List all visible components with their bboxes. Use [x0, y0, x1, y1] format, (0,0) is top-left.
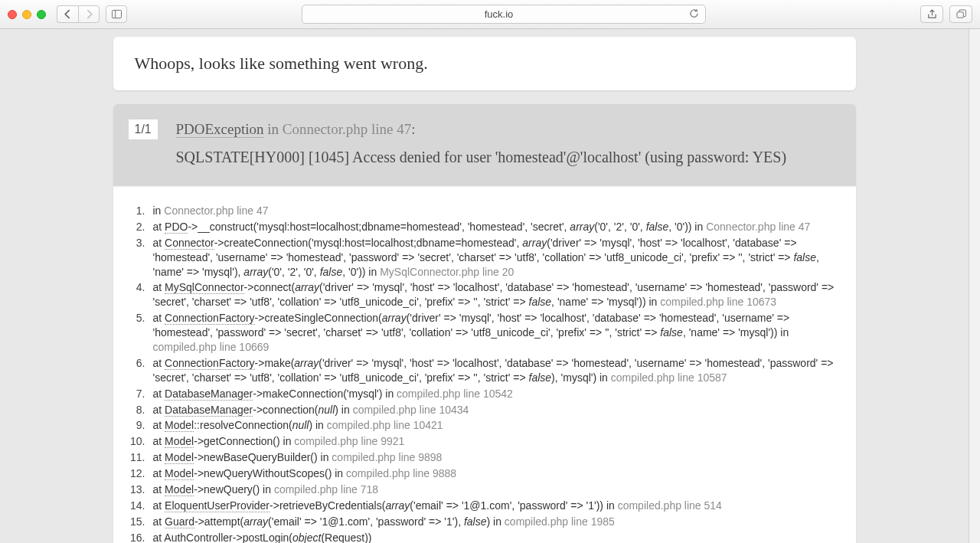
trace-row: 11.at Model->newBaseQueryBuilder() in co… [121, 450, 848, 466]
trace-text: at AuthController->postLogin(object(Requ… [153, 531, 848, 543]
address-bar[interactable]: fuck.io [302, 5, 706, 24]
back-button[interactable] [57, 5, 78, 23]
close-window-button[interactable] [8, 10, 17, 19]
trace-text: at Connector->createConnection('mysql:ho… [153, 236, 848, 280]
tabs-button[interactable] [949, 5, 972, 23]
trace-row: 13.at Model->newQuery() in compiled.php … [121, 482, 848, 498]
trace-row: 6.at ConnectionFactory->make(array('driv… [121, 355, 848, 386]
exception-colon: : [411, 121, 415, 137]
trace-text: at DatabaseManager->connection(null) in … [153, 403, 848, 417]
trace-number: 12. [121, 466, 153, 481]
trace-text: at DatabaseManager->makeConnection('mysq… [153, 387, 848, 401]
trace-number: 13. [121, 482, 153, 497]
trace-row: 8.at DatabaseManager->connection(null) i… [121, 402, 848, 418]
stack-trace: 1.in Connector.php line 472.at PDO->__co… [113, 186, 856, 543]
trace-row: 15.at Guard->attempt(array('email' => '1… [121, 514, 848, 530]
exception-counter: 1/1 [129, 119, 158, 139]
trace-number: 9. [121, 418, 153, 433]
trace-number: 14. [121, 499, 153, 513]
trace-row: 16.at AuthController->postLogin(object(R… [121, 530, 848, 543]
trace-row: 5.at ConnectionFactory->createSingleConn… [121, 310, 848, 355]
trace-number: 16. [121, 531, 153, 543]
page-content: Whoops, looks like something went wrong.… [0, 29, 969, 543]
trace-text: at ConnectionFactory->make(array('driver… [153, 356, 848, 385]
chevron-right-icon [84, 9, 94, 19]
trace-row: 1.in Connector.php line 47 [121, 203, 848, 219]
forward-button[interactable] [78, 5, 100, 23]
svg-rect-2 [956, 12, 962, 18]
vertical-scrollbar[interactable] [969, 29, 980, 543]
url-text: fuck.io [309, 8, 689, 20]
reload-icon [689, 8, 699, 18]
trace-text: at Model->newBaseQueryBuilder() in compi… [153, 450, 848, 465]
trace-text: at MySqlConnector->connect(array('driver… [153, 280, 848, 309]
trace-row: 10.at Model->getConnection() in compiled… [121, 433, 848, 450]
minimize-window-button[interactable] [22, 10, 31, 19]
window-controls [8, 10, 46, 19]
zoom-window-button[interactable] [37, 10, 46, 19]
error-banner-title: Whoops, looks like something went wrong. [135, 54, 835, 74]
sidebar-button[interactable] [106, 5, 127, 23]
trace-number: 5. [121, 311, 153, 325]
trace-text: at Model::resolveConnection(null) in com… [153, 418, 848, 433]
exception-location: Connector.php line 47 [283, 121, 411, 137]
trace-text: at Model->newQuery() in compiled.php lin… [153, 482, 848, 497]
browser-toolbar: fuck.io [0, 0, 980, 29]
toolbar-right [920, 5, 972, 23]
trace-number: 6. [121, 356, 153, 371]
trace-number: 1. [121, 204, 153, 218]
trace-row: 14.at EloquentUserProvider->retrieveByCr… [121, 498, 848, 514]
share-icon [927, 9, 937, 19]
exception-message: SQLSTATE[HY000] [1045] Access denied for… [176, 149, 836, 166]
error-banner: Whoops, looks like something went wrong. [113, 37, 856, 90]
trace-text: in Connector.php line 47 [153, 204, 848, 218]
trace-row: 2.at PDO->__construct('mysql:host=localh… [121, 219, 848, 235]
share-button[interactable] [920, 5, 943, 23]
svg-rect-0 [112, 10, 121, 18]
trace-row: 3.at Connector->createConnection('mysql:… [121, 235, 848, 280]
trace-row: 4.at MySqlConnector->connect(array('driv… [121, 280, 848, 310]
trace-number: 10. [121, 434, 153, 449]
nav-buttons [57, 5, 100, 23]
trace-row: 7.at DatabaseManager->makeConnection('my… [121, 386, 848, 402]
trace-number: 3. [121, 236, 153, 250]
trace-text: at Model->getConnection() in compiled.ph… [153, 434, 848, 449]
trace-number: 11. [121, 450, 153, 465]
exception-name: PDOException [176, 121, 264, 138]
reload-button[interactable] [689, 8, 699, 21]
trace-text: at EloquentUserProvider->retrieveByCrede… [153, 499, 848, 513]
sidebar-icon [112, 9, 122, 19]
trace-text: at ConnectionFactory->createSingleConnec… [153, 311, 848, 355]
tabs-icon [956, 9, 966, 19]
trace-number: 15. [121, 515, 153, 529]
trace-number: 8. [121, 403, 153, 417]
trace-text: at PDO->__construct('mysql:host=localhos… [153, 220, 848, 234]
trace-text: at Guard->attempt(array('email' => '1@1.… [153, 515, 848, 529]
chevron-left-icon [63, 9, 73, 19]
trace-number: 4. [121, 280, 153, 295]
exception-in: in [264, 121, 283, 137]
trace-list: 1.in Connector.php line 472.at PDO->__co… [121, 203, 848, 543]
trace-text: at Model->newQueryWithoutScopes() in com… [153, 466, 848, 481]
trace-row: 9.at Model::resolveConnection(null) in c… [121, 417, 848, 433]
trace-row: 12.at Model->newQueryWithoutScopes() in … [121, 466, 848, 482]
trace-number: 2. [121, 220, 153, 234]
exception-title: PDOException in Connector.php line 47: [176, 121, 836, 138]
trace-number: 7. [121, 387, 153, 401]
exception-header: 1/1 PDOException in Connector.php line 4… [113, 104, 856, 186]
